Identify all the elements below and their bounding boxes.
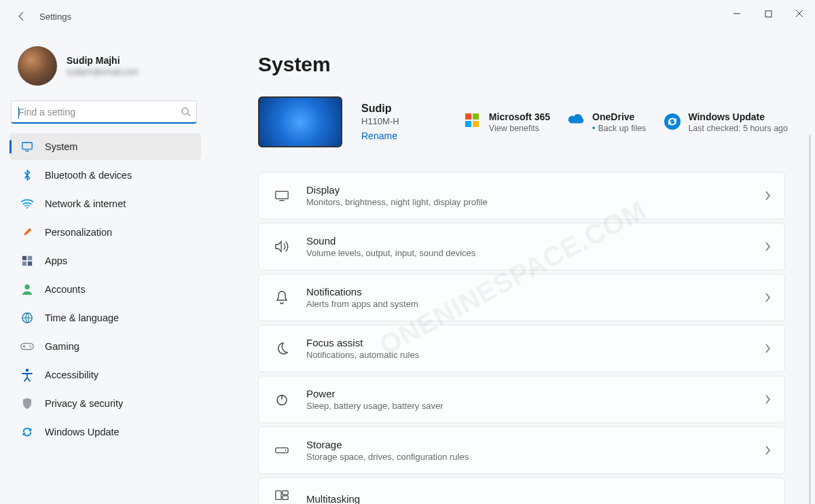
apps-icon	[19, 253, 35, 269]
sidebar-item-accessibility[interactable]: Accessibility	[10, 361, 201, 389]
globe-icon	[19, 310, 35, 326]
sidebar-item-label: Accessibility	[45, 370, 98, 380]
sidebar-item-apps[interactable]: Apps	[10, 247, 201, 274]
sidebar-item-personalize[interactable]: Personalization	[10, 219, 201, 246]
sync-lg-icon	[664, 113, 680, 129]
settings-item-power[interactable]: Power Sleep, battery usage, battery save…	[258, 376, 785, 423]
brush-icon	[19, 224, 35, 240]
settings-item-desc: Alerts from apps and system	[306, 299, 764, 309]
sync-icon	[19, 424, 35, 440]
chevron-right-icon	[764, 395, 771, 404]
text-caret	[18, 107, 19, 119]
sidebar-item-time[interactable]: Time & language	[10, 304, 201, 331]
svg-rect-6	[22, 262, 26, 266]
svg-rect-0	[765, 11, 772, 17]
gamepad-icon	[19, 338, 35, 355]
settings-item-multitasking[interactable]: Multitasking	[258, 478, 785, 504]
sidebar-item-network[interactable]: Network & internet	[10, 190, 201, 217]
quick-card-title: Windows Update	[688, 111, 788, 122]
svg-rect-25	[283, 496, 288, 500]
ms365-icon	[465, 113, 481, 129]
sidebar-item-label: Accounts	[45, 284, 86, 295]
quick-card-sub: Last checked: 5 hours ago	[688, 124, 788, 133]
profile-block[interactable]: Sudip Majhi sudipm@email.com	[7, 39, 204, 98]
rename-link[interactable]: Rename	[361, 130, 436, 141]
sidebar-item-label: System	[45, 141, 77, 152]
sidebar-item-gaming[interactable]: Gaming	[10, 333, 201, 360]
search-input[interactable]	[12, 107, 175, 118]
svg-rect-17	[473, 121, 479, 127]
profile-name: Sudip Majhi	[67, 55, 139, 66]
profile-email: sudipm@email.com	[67, 67, 139, 77]
cloud-icon	[568, 113, 584, 129]
display-icon	[272, 186, 291, 205]
svg-rect-5	[28, 256, 32, 260]
settings-item-sound[interactable]: Sound Volume levels, output, input, soun…	[258, 223, 785, 270]
svg-rect-2	[22, 143, 32, 149]
svg-rect-24	[283, 491, 288, 495]
scrollbar[interactable]	[809, 134, 811, 504]
svg-rect-14	[465, 113, 471, 120]
access-icon	[19, 367, 35, 383]
sidebar-item-label: Bluetooth & devices	[45, 170, 132, 181]
chevron-right-icon	[764, 191, 771, 200]
main-content: System Sudip H110M-H Rename Microsoft 36…	[211, 33, 815, 504]
settings-item-notifications[interactable]: Notifications Alerts from apps and syste…	[258, 274, 785, 321]
settings-item-title: Display	[306, 184, 764, 196]
nav-list: System Bluetooth & devices Network & int…	[7, 132, 204, 448]
sidebar-item-label: Personalization	[45, 227, 112, 238]
svg-point-12	[30, 346, 31, 348]
bluetooth-icon	[19, 167, 35, 183]
search-box[interactable]	[11, 101, 197, 124]
chevron-right-icon	[764, 242, 771, 251]
sidebar-item-bluetooth[interactable]: Bluetooth & devices	[10, 162, 201, 189]
multi-icon	[272, 486, 291, 504]
quick-card-update[interactable]: Windows Update Last checked: 5 hours ago	[664, 111, 788, 133]
chevron-right-icon	[764, 446, 771, 455]
settings-item-storage[interactable]: Storage Storage space, drives, configura…	[258, 427, 785, 474]
settings-item-title: Storage	[306, 439, 764, 450]
titlebar: Settings	[0, 0, 815, 33]
settings-item-focus[interactable]: Focus assist Notifications, automatic ru…	[258, 325, 785, 372]
close-button[interactable]	[784, 0, 815, 27]
settings-item-desc: Monitors, brightness, night light, displ…	[306, 197, 764, 207]
settings-item-title: Notifications	[306, 286, 764, 298]
sidebar-item-label: Gaming	[45, 341, 79, 352]
moon-icon	[272, 339, 291, 358]
sidebar-item-privacy[interactable]: Privacy & security	[10, 390, 201, 417]
settings-item-display[interactable]: Display Monitors, brightness, night ligh…	[258, 172, 785, 219]
quick-card-m365[interactable]: Microsoft 365 View benefits	[465, 111, 550, 133]
maximize-button[interactable]	[753, 0, 784, 27]
quick-card-onedrive[interactable]: OneDrive •Back up files	[568, 111, 646, 133]
sidebar-item-update[interactable]: Windows Update	[10, 418, 201, 446]
quick-card-title: OneDrive	[592, 111, 646, 122]
svg-point-8	[24, 285, 29, 289]
svg-rect-4	[22, 256, 26, 260]
quick-card-sub: •Back up files	[592, 124, 646, 133]
settings-item-title: Focus assist	[306, 337, 764, 348]
svg-rect-7	[28, 262, 32, 266]
sidebar: Sudip Majhi sudipm@email.com System Blue…	[0, 33, 211, 504]
settings-item-title: Power	[306, 388, 764, 399]
settings-item-title: Sound	[306, 235, 764, 247]
wifi-icon	[19, 196, 35, 212]
svg-point-1	[181, 108, 187, 114]
quick-card-title: Microsoft 365	[489, 111, 550, 122]
settings-item-desc: Volume levels, output, input, sound devi…	[306, 248, 764, 258]
device-name: Sudip	[361, 103, 436, 115]
sidebar-item-label: Privacy & security	[45, 398, 123, 409]
sidebar-item-accounts[interactable]: Accounts	[10, 276, 201, 303]
sidebar-item-system[interactable]: System	[10, 133, 201, 160]
storage-icon	[272, 441, 291, 460]
bell-icon	[272, 288, 291, 307]
avatar	[18, 46, 57, 86]
minimize-button[interactable]	[721, 0, 753, 27]
search-icon	[175, 107, 196, 117]
svg-rect-15	[473, 113, 479, 120]
monitor-icon	[19, 139, 35, 155]
back-button[interactable]	[12, 7, 31, 26]
svg-point-11	[29, 345, 31, 346]
quick-card-sub: View benefits	[489, 124, 550, 133]
settings-item-desc: Notifications, automatic rules	[306, 350, 764, 360]
settings-item-title: Multitasking	[306, 493, 771, 504]
